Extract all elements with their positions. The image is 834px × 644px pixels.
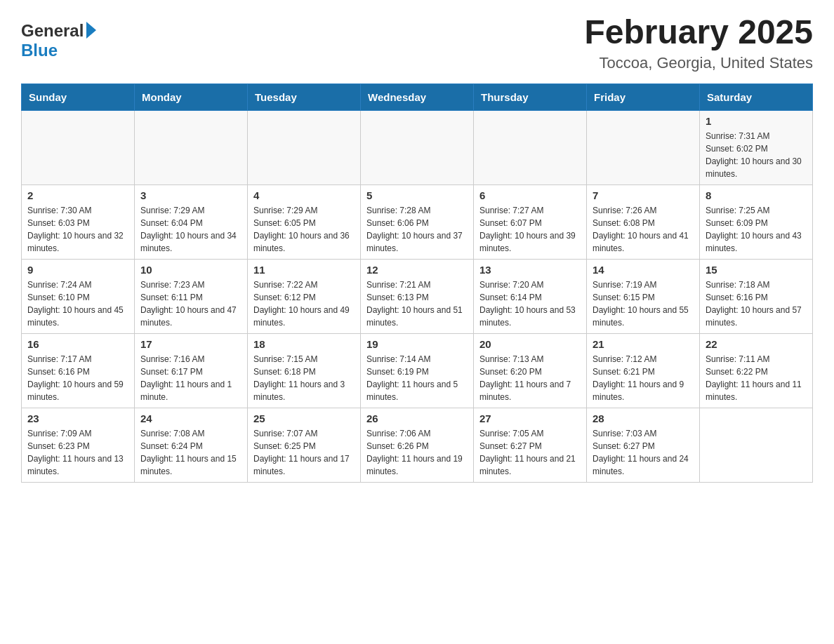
calendar-week-row: 23Sunrise: 7:09 AMSunset: 6:23 PMDayligh… bbox=[22, 408, 813, 482]
day-number: 7 bbox=[593, 189, 694, 201]
day-info: Sunrise: 7:30 AMSunset: 6:03 PMDaylight:… bbox=[27, 204, 128, 255]
day-info: Sunrise: 7:15 AMSunset: 6:18 PMDaylight:… bbox=[253, 353, 355, 403]
table-row: 13Sunrise: 7:20 AMSunset: 6:14 PMDayligh… bbox=[474, 259, 587, 333]
table-row: 26Sunrise: 7:06 AMSunset: 6:26 PMDayligh… bbox=[361, 408, 474, 482]
table-row: 27Sunrise: 7:05 AMSunset: 6:27 PMDayligh… bbox=[474, 408, 587, 482]
day-info: Sunrise: 7:25 AMSunset: 6:09 PMDaylight:… bbox=[706, 204, 807, 255]
day-info: Sunrise: 7:26 AMSunset: 6:08 PMDaylight:… bbox=[593, 204, 694, 255]
day-info: Sunrise: 7:29 AMSunset: 6:04 PMDaylight:… bbox=[140, 204, 241, 255]
title-block: February 2025 Toccoa, Georgia, United St… bbox=[584, 14, 813, 72]
day-info: Sunrise: 7:19 AMSunset: 6:15 PMDaylight:… bbox=[593, 279, 694, 329]
table-row: 11Sunrise: 7:22 AMSunset: 6:12 PMDayligh… bbox=[248, 259, 361, 333]
table-row: 21Sunrise: 7:12 AMSunset: 6:21 PMDayligh… bbox=[587, 333, 700, 408]
weekday-saturday: Saturday bbox=[700, 83, 813, 110]
page-header: General Blue February 2025 Toccoa, Georg… bbox=[21, 14, 813, 72]
table-row: 15Sunrise: 7:18 AMSunset: 6:16 PMDayligh… bbox=[700, 259, 813, 333]
table-row: 14Sunrise: 7:19 AMSunset: 6:15 PMDayligh… bbox=[587, 259, 700, 333]
logo: General Blue bbox=[21, 21, 96, 60]
day-info: Sunrise: 7:29 AMSunset: 6:05 PMDaylight:… bbox=[253, 204, 355, 255]
table-row bbox=[248, 110, 361, 185]
table-row: 5Sunrise: 7:28 AMSunset: 6:06 PMDaylight… bbox=[361, 185, 474, 259]
day-number: 4 bbox=[253, 189, 355, 201]
day-number: 24 bbox=[140, 412, 241, 424]
day-info: Sunrise: 7:16 AMSunset: 6:17 PMDaylight:… bbox=[140, 353, 241, 403]
table-row: 8Sunrise: 7:25 AMSunset: 6:09 PMDaylight… bbox=[700, 185, 813, 259]
table-row: 2Sunrise: 7:30 AMSunset: 6:03 PMDaylight… bbox=[22, 185, 135, 259]
logo-general-text: General bbox=[21, 21, 84, 41]
day-number: 10 bbox=[140, 264, 241, 276]
table-row bbox=[361, 110, 474, 185]
day-info: Sunrise: 7:11 AMSunset: 6:22 PMDaylight:… bbox=[706, 353, 807, 403]
calendar-header-row: Sunday Monday Tuesday Wednesday Thursday… bbox=[22, 83, 813, 110]
day-info: Sunrise: 7:27 AMSunset: 6:07 PMDaylight:… bbox=[479, 204, 581, 255]
day-info: Sunrise: 7:05 AMSunset: 6:27 PMDaylight:… bbox=[479, 427, 581, 478]
table-row: 3Sunrise: 7:29 AMSunset: 6:04 PMDaylight… bbox=[135, 185, 248, 259]
day-info: Sunrise: 7:20 AMSunset: 6:14 PMDaylight:… bbox=[479, 279, 581, 329]
day-number: 6 bbox=[479, 189, 581, 201]
table-row: 19Sunrise: 7:14 AMSunset: 6:19 PMDayligh… bbox=[361, 333, 474, 408]
day-number: 23 bbox=[27, 412, 128, 424]
logo-blue-text: Blue bbox=[21, 41, 58, 60]
table-row: 23Sunrise: 7:09 AMSunset: 6:23 PMDayligh… bbox=[22, 408, 135, 482]
table-row: 12Sunrise: 7:21 AMSunset: 6:13 PMDayligh… bbox=[361, 259, 474, 333]
calendar-table: Sunday Monday Tuesday Wednesday Thursday… bbox=[21, 83, 813, 483]
day-info: Sunrise: 7:07 AMSunset: 6:25 PMDaylight:… bbox=[253, 427, 355, 478]
calendar-week-row: 16Sunrise: 7:17 AMSunset: 6:16 PMDayligh… bbox=[22, 333, 813, 408]
day-number: 12 bbox=[366, 264, 468, 276]
day-number: 11 bbox=[253, 264, 355, 276]
table-row bbox=[700, 408, 813, 482]
table-row bbox=[474, 110, 587, 185]
day-info: Sunrise: 7:06 AMSunset: 6:26 PMDaylight:… bbox=[366, 427, 468, 478]
day-number: 22 bbox=[706, 338, 807, 350]
day-number: 13 bbox=[479, 264, 581, 276]
day-number: 26 bbox=[366, 412, 468, 424]
table-row: 6Sunrise: 7:27 AMSunset: 6:07 PMDaylight… bbox=[474, 185, 587, 259]
day-info: Sunrise: 7:13 AMSunset: 6:20 PMDaylight:… bbox=[479, 353, 581, 403]
weekday-sunday: Sunday bbox=[22, 83, 135, 110]
table-row: 7Sunrise: 7:26 AMSunset: 6:08 PMDaylight… bbox=[587, 185, 700, 259]
day-info: Sunrise: 7:17 AMSunset: 6:16 PMDaylight:… bbox=[27, 353, 128, 403]
month-year-title: February 2025 bbox=[584, 14, 813, 51]
calendar-week-row: 1Sunrise: 7:31 AMSunset: 6:02 PMDaylight… bbox=[22, 110, 813, 185]
day-info: Sunrise: 7:14 AMSunset: 6:19 PMDaylight:… bbox=[366, 353, 468, 403]
day-number: 5 bbox=[366, 189, 468, 201]
location-subtitle: Toccoa, Georgia, United States bbox=[584, 54, 813, 72]
table-row: 25Sunrise: 7:07 AMSunset: 6:25 PMDayligh… bbox=[248, 408, 361, 482]
day-number: 21 bbox=[593, 338, 694, 350]
table-row: 22Sunrise: 7:11 AMSunset: 6:22 PMDayligh… bbox=[700, 333, 813, 408]
day-info: Sunrise: 7:21 AMSunset: 6:13 PMDaylight:… bbox=[366, 279, 468, 329]
table-row: 28Sunrise: 7:03 AMSunset: 6:27 PMDayligh… bbox=[587, 408, 700, 482]
day-number: 17 bbox=[140, 338, 241, 350]
day-info: Sunrise: 7:08 AMSunset: 6:24 PMDaylight:… bbox=[140, 427, 241, 478]
day-info: Sunrise: 7:22 AMSunset: 6:12 PMDaylight:… bbox=[253, 279, 355, 329]
calendar-week-row: 2Sunrise: 7:30 AMSunset: 6:03 PMDaylight… bbox=[22, 185, 813, 259]
weekday-thursday: Thursday bbox=[474, 83, 587, 110]
day-number: 1 bbox=[706, 115, 807, 127]
table-row: 10Sunrise: 7:23 AMSunset: 6:11 PMDayligh… bbox=[135, 259, 248, 333]
day-number: 14 bbox=[593, 264, 694, 276]
day-number: 16 bbox=[27, 338, 128, 350]
table-row bbox=[587, 110, 700, 185]
day-number: 28 bbox=[593, 412, 694, 424]
day-number: 20 bbox=[479, 338, 581, 350]
day-info: Sunrise: 7:24 AMSunset: 6:10 PMDaylight:… bbox=[27, 279, 128, 329]
weekday-tuesday: Tuesday bbox=[248, 83, 361, 110]
table-row: 17Sunrise: 7:16 AMSunset: 6:17 PMDayligh… bbox=[135, 333, 248, 408]
table-row bbox=[22, 110, 135, 185]
day-number: 25 bbox=[253, 412, 355, 424]
day-info: Sunrise: 7:31 AMSunset: 6:02 PMDaylight:… bbox=[706, 130, 807, 180]
day-number: 9 bbox=[27, 264, 128, 276]
day-info: Sunrise: 7:12 AMSunset: 6:21 PMDaylight:… bbox=[593, 353, 694, 403]
day-info: Sunrise: 7:03 AMSunset: 6:27 PMDaylight:… bbox=[593, 427, 694, 478]
table-row: 9Sunrise: 7:24 AMSunset: 6:10 PMDaylight… bbox=[22, 259, 135, 333]
table-row bbox=[135, 110, 248, 185]
day-info: Sunrise: 7:23 AMSunset: 6:11 PMDaylight:… bbox=[140, 279, 241, 329]
day-number: 3 bbox=[140, 189, 241, 201]
table-row: 1Sunrise: 7:31 AMSunset: 6:02 PMDaylight… bbox=[700, 110, 813, 185]
day-number: 18 bbox=[253, 338, 355, 350]
logo-arrow-icon bbox=[86, 22, 96, 40]
day-number: 15 bbox=[706, 264, 807, 276]
weekday-wednesday: Wednesday bbox=[361, 83, 474, 110]
day-info: Sunrise: 7:28 AMSunset: 6:06 PMDaylight:… bbox=[366, 204, 468, 255]
table-row: 20Sunrise: 7:13 AMSunset: 6:20 PMDayligh… bbox=[474, 333, 587, 408]
